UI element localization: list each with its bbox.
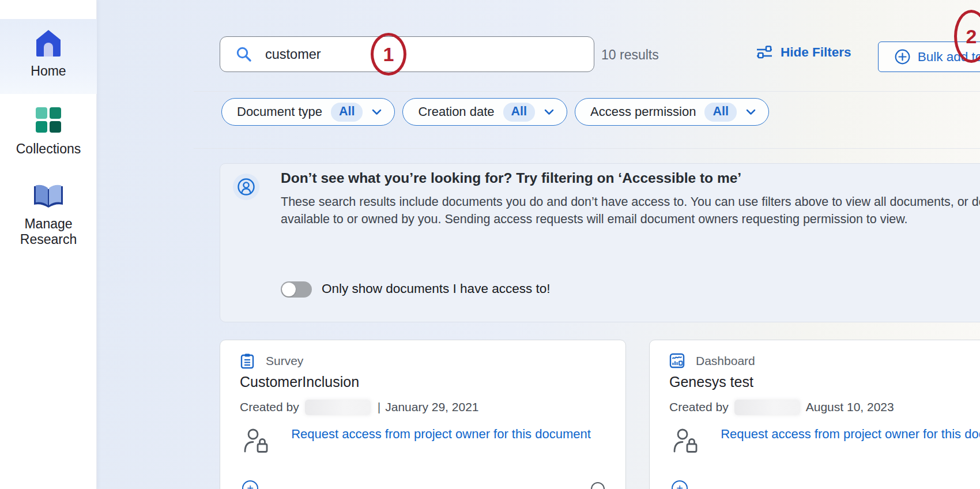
created-date: August 10, 2023 [806, 400, 894, 414]
request-access-link[interactable]: Request access from project owner for th… [288, 426, 594, 442]
bulk-add-to-collection-button[interactable]: Bulk add to collection [878, 42, 980, 72]
created-date: January 29, 2021 [385, 400, 478, 414]
search-icon [235, 46, 252, 63]
results-count: 10 results [601, 47, 659, 63]
filter-value-badge: All [331, 103, 363, 122]
chevron-down-icon [372, 109, 382, 115]
document-type-label: Dashboard [696, 354, 755, 368]
user-circle-icon [233, 174, 259, 200]
document-card: Dashboard Genesys test Created by August… [649, 340, 980, 489]
search-box[interactable] [220, 36, 594, 72]
redacted-owner-name [734, 400, 800, 415]
plus-circle-icon [895, 49, 910, 65]
book-icon [0, 172, 97, 212]
dashboard-icon [669, 353, 685, 368]
document-meta: Created by August 10, 2023 [669, 399, 894, 415]
home-icon [0, 19, 97, 60]
sidebar-item-label: Manage Research [14, 216, 83, 247]
search-input[interactable] [265, 47, 519, 62]
header-divider [194, 91, 980, 92]
filter-label: Creation date [418, 104, 494, 119]
filter-creation-date[interactable]: Creation date All [402, 98, 567, 126]
redacted-owner-name [305, 400, 371, 415]
bulk-add-label: Bulk add to collection [918, 50, 980, 65]
filter-access-permission[interactable]: Access permission All [575, 98, 769, 126]
document-type-label: Survey [266, 354, 303, 368]
filters-row: Document type All Creation date All Acce… [221, 98, 769, 126]
survey-icon [240, 353, 255, 369]
hide-filters-label: Hide Filters [781, 45, 851, 60]
toggle-label: Only show documents I have access to! [322, 281, 550, 297]
sidebar-item-label: Home [0, 63, 97, 79]
created-by-label: Created by [669, 400, 729, 414]
sidebar-item-manage-research[interactable]: Manage Research [0, 172, 97, 255]
document-card: Survey CustomerInclusion Created by | Ja… [220, 340, 626, 489]
chevron-down-icon [746, 109, 756, 115]
add-to-collection-icon[interactable]: + [242, 480, 258, 489]
filter-label: Access permission [590, 104, 696, 119]
filter-document-type[interactable]: Document type All [221, 98, 395, 126]
banner-body: These search results include documents y… [281, 194, 980, 228]
person-lock-icon [672, 427, 700, 459]
document-title: Genesys test [669, 374, 753, 390]
toggle-knob [282, 283, 296, 296]
sidebar-item-home[interactable]: Home [0, 19, 97, 94]
sidebar-item-label: Collections [0, 141, 97, 157]
chevron-down-icon [544, 109, 554, 115]
filters-divider [194, 148, 980, 149]
collections-icon [0, 97, 97, 136]
filter-label: Document type [237, 104, 322, 119]
filter-value-badge: All [704, 103, 736, 122]
meta-separator: | [378, 400, 380, 414]
partial-circle-icon[interactable] [591, 482, 605, 489]
document-meta: Created by | January 29, 2021 [240, 399, 479, 415]
add-to-collection-icon[interactable]: + [672, 480, 688, 489]
banner-title: Don’t see what you’re looking for? Try f… [281, 170, 741, 186]
access-info-banner: Don’t see what you’re looking for? Try f… [220, 163, 980, 322]
request-access-link[interactable]: Request access from project owner for th… [718, 426, 980, 442]
filters-slider-icon [756, 45, 773, 60]
created-by-label: Created by [240, 400, 299, 414]
main-content: 10 results Hide Filters Bulk add to coll… [97, 0, 980, 489]
sidebar-item-collections[interactable]: Collections [0, 97, 97, 163]
hide-filters-button[interactable]: Hide Filters [756, 45, 851, 60]
person-lock-icon [242, 427, 271, 459]
sidebar: Home Collections Manage Research [0, 0, 97, 489]
document-title: CustomerInclusion [240, 374, 359, 390]
filter-value-badge: All [503, 103, 535, 122]
access-toggle[interactable] [281, 281, 312, 298]
